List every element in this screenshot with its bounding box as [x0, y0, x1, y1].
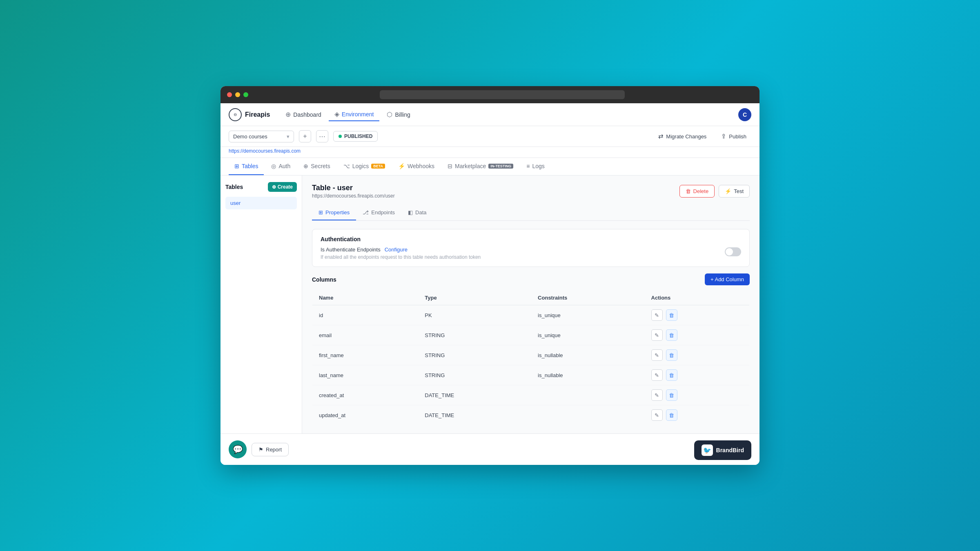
edit-icon-btn[interactable]: ✎	[651, 389, 663, 401]
toolbar-right: ⇄ Migrate Changes ⇪ Publish	[653, 130, 751, 142]
nav-item-environment[interactable]: ◈ Environment	[329, 108, 380, 121]
auth-description: If enabled all the endpoints request to …	[321, 254, 481, 260]
chat-button[interactable]: 💬	[229, 440, 247, 458]
endpoints-icon: ⎇	[363, 209, 369, 216]
action-icons: ✎ 🗑	[651, 349, 743, 361]
col-header-constraints: Constraints	[531, 291, 644, 305]
auth-icon: ◎	[271, 163, 276, 169]
testing-badge: IN-TESTING	[488, 164, 513, 169]
more-options-button[interactable]: ⋯	[316, 130, 328, 142]
publish-button[interactable]: ⇪ Publish	[716, 130, 751, 142]
migrate-changes-button[interactable]: ⇄ Migrate Changes	[653, 130, 711, 142]
inner-tab-properties[interactable]: ⊞ Properties	[312, 205, 356, 220]
brandbird-widget[interactable]: 🐦 BrandBird	[694, 440, 751, 460]
add-project-button[interactable]: +	[299, 130, 311, 142]
secrets-icon: ⊕	[303, 163, 308, 169]
delete-icon-btn[interactable]: 🗑	[666, 329, 677, 341]
columns-header: Columns + Add Column	[312, 273, 750, 285]
minimize-dot[interactable]	[235, 92, 240, 97]
create-icon: ⊕	[272, 184, 276, 190]
report-icon: ⚑	[258, 447, 263, 453]
nav-label-dashboard: Dashboard	[293, 111, 321, 118]
ellipsis-icon: ⋯	[319, 133, 325, 140]
sidebar-item-user[interactable]: user	[225, 197, 297, 209]
tab-auth-label: Auth	[278, 163, 290, 169]
logics-icon: ⌥	[343, 163, 350, 169]
logo[interactable]: ⊖ Fireapis	[229, 108, 270, 121]
cell-type: DATE_TIME	[418, 385, 531, 405]
table-row: created_at DATE_TIME ✎ 🗑	[312, 385, 750, 405]
nav-right: C	[738, 108, 751, 121]
tab-marketplace[interactable]: ⊟ Marketplace IN-TESTING	[442, 158, 519, 175]
plus-icon: +	[303, 133, 307, 140]
migrate-label: Migrate Changes	[666, 133, 706, 140]
close-dot[interactable]	[227, 92, 232, 97]
tables-icon: ⊞	[234, 163, 239, 169]
add-column-button[interactable]: + Add Column	[705, 273, 750, 285]
action-icons: ✎ 🗑	[651, 409, 743, 421]
logo-text: Fireapis	[245, 111, 270, 118]
delete-icon-btn[interactable]: 🗑	[666, 349, 677, 361]
tables-sidebar: Tables ⊕ Create user	[220, 176, 302, 433]
col-header-type: Type	[418, 291, 531, 305]
tab-secrets[interactable]: ⊕ Secrets	[298, 158, 336, 175]
delete-icon-btn[interactable]: 🗑	[666, 409, 677, 421]
delete-icon-btn[interactable]: 🗑	[666, 369, 677, 381]
action-icons: ✎ 🗑	[651, 389, 743, 401]
report-button[interactable]: ⚑ Report	[252, 443, 289, 456]
table-url: https://democourses.fireapis.com/user	[312, 193, 395, 199]
avatar[interactable]: C	[738, 108, 751, 121]
status-dot	[339, 135, 342, 138]
create-label: Create	[278, 184, 293, 190]
tab-tables[interactable]: ⊞ Tables	[229, 158, 264, 175]
marketplace-icon: ⊟	[448, 163, 452, 169]
cell-type: DATE_TIME	[418, 405, 531, 425]
nav-item-dashboard[interactable]: ⊕ Dashboard	[280, 108, 327, 121]
maximize-dot[interactable]	[243, 92, 248, 97]
app-window: ⊖ Fireapis ⊕ Dashboard ◈ Environment ⬡ B…	[220, 86, 760, 465]
tab-logics-label: Logics	[352, 163, 369, 169]
test-label: Test	[734, 188, 744, 194]
titlebar	[220, 86, 760, 103]
create-table-button[interactable]: ⊕ Create	[268, 182, 297, 192]
tab-webhooks[interactable]: ⚡ Webhooks	[392, 158, 440, 175]
inner-tab-data-label: Data	[415, 209, 426, 216]
table-row: id PK is_unique ✎ 🗑	[312, 305, 750, 325]
auth-toggle[interactable]	[725, 247, 741, 256]
edit-icon-btn[interactable]: ✎	[651, 409, 663, 421]
cell-type: STRING	[418, 325, 531, 345]
content-actions: 🗑 Delete ⚡ Test	[679, 185, 750, 198]
table-row: last_name STRING is_nullable ✎ 🗑	[312, 365, 750, 385]
cell-actions: ✎ 🗑	[645, 345, 750, 365]
test-button[interactable]: ⚡ Test	[719, 185, 750, 198]
delete-icon-btn[interactable]: 🗑	[666, 309, 677, 321]
delete-table-button[interactable]: 🗑 Delete	[679, 185, 715, 198]
sidebar-item-label: user	[230, 200, 241, 206]
publish-icon: ⇪	[721, 133, 726, 140]
nav-item-billing[interactable]: ⬡ Billing	[381, 108, 416, 121]
edit-icon-btn[interactable]: ✎	[651, 329, 663, 341]
status-text: PUBLISHED	[344, 133, 372, 139]
inner-tab-endpoints[interactable]: ⎇ Endpoints	[356, 205, 401, 220]
project-select[interactable]: Demo courses ▾	[229, 131, 294, 142]
inner-tab-data[interactable]: ◧ Data	[401, 205, 433, 220]
edit-icon-btn[interactable]: ✎	[651, 309, 663, 321]
configure-link[interactable]: Configure	[385, 247, 408, 253]
delete-icon-btn[interactable]: 🗑	[666, 389, 677, 401]
auth-section-title: Authentication	[321, 236, 741, 242]
edit-icon-btn[interactable]: ✎	[651, 369, 663, 381]
inner-tabs: ⊞ Properties ⎇ Endpoints ◧ Data	[312, 205, 750, 221]
auth-info: Is Authenticate Endpoints Configure If e…	[321, 247, 481, 260]
tab-logs[interactable]: ≡ Logs	[521, 158, 550, 175]
project-url[interactable]: https://democourses.fireapis.com	[229, 148, 301, 154]
columns-table: Name Type Constraints Actions id PK is_u…	[312, 290, 750, 425]
billing-icon: ⬡	[387, 111, 392, 118]
tab-webhooks-label: Webhooks	[408, 163, 434, 169]
cell-name: email	[312, 325, 419, 345]
tab-secrets-label: Secrets	[311, 163, 330, 169]
edit-icon-btn[interactable]: ✎	[651, 349, 663, 361]
cell-type: STRING	[418, 365, 531, 385]
tab-auth[interactable]: ◎ Auth	[265, 158, 296, 175]
table-row: first_name STRING is_nullable ✎ 🗑	[312, 345, 750, 365]
tab-logics[interactable]: ⌥ Logics BETA	[338, 158, 391, 175]
